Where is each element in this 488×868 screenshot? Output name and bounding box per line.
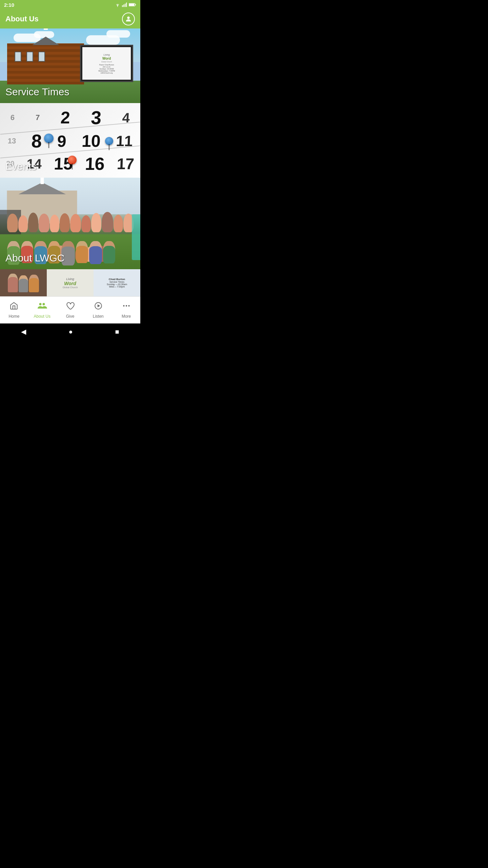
pushpin-stem-2: [109, 144, 110, 150]
nav-about-us[interactable]: About Us: [28, 297, 56, 323]
pastor-name: Chad Burton: [107, 278, 127, 281]
svg-point-13: [123, 305, 124, 307]
system-nav-bar: ◀ ● ■: [0, 323, 140, 340]
svg-rect-1: [122, 5, 123, 7]
svg-rect-6: [135, 4, 136, 5]
church-building: [7, 43, 84, 84]
home-button[interactable]: ●: [68, 328, 73, 336]
preview-strip: Living Word Global Church Chad Burton Se…: [0, 269, 140, 296]
svg-rect-4: [126, 3, 127, 7]
logo-global: Global Church: [63, 286, 78, 289]
sign-inner: Living Word Global Church Pastor Chad Bu…: [82, 47, 131, 80]
status-bar: 2:10: [0, 0, 140, 9]
wifi-icon: [115, 2, 121, 7]
steeple: [44, 28, 48, 30]
app-bar: About Us: [0, 9, 140, 28]
wed-time: Wed— 7:00pm: [107, 285, 127, 288]
svg-rect-3: [125, 4, 125, 7]
status-icons: [115, 2, 136, 7]
svg-point-14: [125, 305, 127, 307]
more-icon: [122, 301, 131, 313]
nav-give-label: Give: [66, 314, 75, 319]
nav-home-label: Home: [8, 314, 19, 319]
events-label: Events: [5, 161, 37, 172]
home-icon: [9, 301, 18, 313]
preview-seg-2: Living Word Global Church: [47, 269, 94, 296]
svg-marker-12: [98, 304, 100, 308]
content-area: Living Word Global Church Pastor Chad Bu…: [0, 28, 140, 296]
service-times-label: Service Times: [5, 86, 69, 98]
svg-point-10: [43, 303, 45, 305]
building-roof: [32, 37, 59, 45]
window-1: [15, 52, 21, 62]
pushpin-stem-1: [48, 142, 49, 148]
give-icon: [66, 301, 75, 313]
about-us-icon: [37, 301, 47, 313]
pushpin-blue-2: [105, 137, 113, 145]
nav-listen[interactable]: Listen: [84, 297, 112, 323]
window-3: [38, 52, 45, 62]
window-2: [26, 52, 33, 62]
status-time: 2:10: [4, 2, 14, 8]
svg-point-0: [117, 6, 118, 7]
nav-home[interactable]: Home: [0, 297, 28, 323]
events-tile[interactable]: 6 7 2 3 4 13 8 9 10 11 20 14 15 16: [0, 103, 140, 178]
living-word-logo: Living Word Global Church: [63, 277, 78, 289]
nav-listen-label: Listen: [93, 314, 104, 319]
pushpin-blue-1: [44, 134, 54, 143]
pastor-info: Chad Burton Service Times Sunday —10:30a…: [105, 276, 128, 289]
battery-icon: [129, 3, 136, 7]
church-sign: Living Word Global Church Pastor Chad Bu…: [80, 45, 133, 82]
sign-details: Pastor Chad Burton Join us on: Sundays: …: [98, 64, 115, 74]
sunday-time: Sunday —10:30am: [107, 283, 127, 285]
nav-give[interactable]: Give: [56, 297, 84, 323]
svg-point-15: [128, 305, 129, 307]
signal-icon: [122, 2, 127, 7]
logo-word: Word: [63, 281, 78, 286]
cloud-4: [106, 30, 130, 38]
pushpin-stem-3: [72, 163, 73, 170]
preview-seg-3: Chad Burton Service Times Sunday —10:30a…: [94, 269, 140, 296]
nav-more-label: More: [122, 314, 131, 319]
service-times-tile[interactable]: Living Word Global Church Pastor Chad Bu…: [0, 28, 140, 103]
profile-icon: [125, 15, 132, 23]
nav-about-us-label: About Us: [34, 314, 50, 319]
sign-logo: Living Word Global Church: [101, 53, 112, 63]
about-lwgc-label: About LWGC: [5, 252, 65, 264]
building-windows: [15, 52, 45, 62]
about-lwgc-tile[interactable]: About LWGC: [0, 178, 140, 269]
preview-people: [8, 274, 39, 292]
railing: [132, 214, 140, 260]
listen-icon: [94, 301, 103, 313]
preview-seg-1: [0, 269, 47, 296]
recent-button[interactable]: ■: [115, 328, 119, 336]
svg-point-8: [127, 17, 129, 19]
profile-icon-button[interactable]: [122, 13, 135, 25]
svg-rect-2: [123, 4, 124, 7]
bottom-nav: Home About Us Give Listen: [0, 296, 140, 323]
service-times-preview: Service Times: [107, 281, 127, 283]
back-button[interactable]: ◀: [21, 328, 26, 336]
pushpin-red: [68, 156, 77, 164]
svg-point-9: [39, 303, 42, 305]
svg-rect-7: [129, 4, 135, 6]
logo-living: Living: [63, 277, 78, 281]
nav-more[interactable]: More: [112, 297, 140, 323]
app-bar-title: About Us: [5, 15, 39, 23]
